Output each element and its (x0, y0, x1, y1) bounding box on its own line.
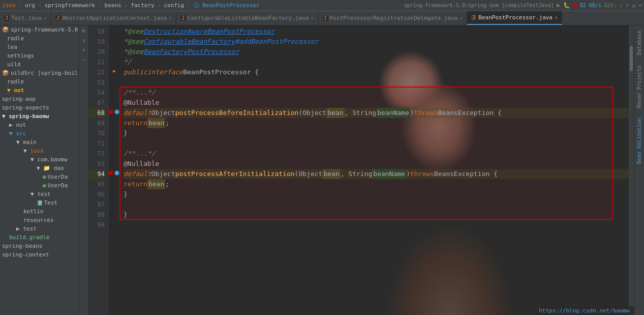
right-panel: Database Maven Projects Bean Validation (634, 25, 644, 315)
code-line-22: public interface BeanPostProcessor { (124, 67, 629, 77)
sidebar-item-buildgradle[interactable]: build.gradle (0, 233, 78, 242)
nav-beans[interactable]: beans (105, 2, 121, 9)
tab-postprocessor-delegate[interactable]: J PostProcessorRegistrationDelegate.java… (319, 11, 468, 25)
line-num-54: 54 (89, 88, 105, 98)
code-line-96: } (124, 189, 629, 199)
code-line-97 (124, 199, 629, 210)
nav-sep4: › (125, 2, 128, 9)
left-icon-strip: ⚙ ↓ ↑ − (79, 25, 89, 315)
nav-beanpostprocessor[interactable]: ⓘ BeanPostProcessor (194, 2, 260, 9)
spring-blue-icon2 (114, 170, 119, 176)
bookmark-gutter: ⚑ (108, 25, 119, 315)
userda2-label: UserDa (48, 182, 68, 189)
tab-delegate-label: PostProcessorRegistrationDelegate.java (330, 15, 458, 21)
code-line-54: /**...*/ (124, 88, 629, 98)
tab-abstract-context[interactable]: J AbstractApplicationContext.java × (51, 11, 176, 25)
sidebar-item-buildsrc[interactable]: 📦 uildSrc [spring-build-src... (0, 69, 78, 77)
code-line-67: @Nullable (124, 98, 629, 108)
sidebar-item-lea[interactable]: lea (0, 43, 78, 51)
nav-java[interactable]: java (2, 2, 16, 9)
sidebar-item-test-src[interactable]: ▶ test (0, 224, 78, 233)
sidebar-item-springbeans[interactable]: spring-beans (0, 242, 78, 250)
url-bar[interactable]: https://blog.csdn.net/baomw (535, 306, 634, 315)
sidebar-item-kotlin[interactable]: kotlin (0, 207, 78, 216)
tab-close-icon4[interactable]: × (459, 15, 463, 21)
stop-button[interactable]: ■ (573, 2, 577, 9)
right-tab-bean-validation[interactable]: Bean Validation (635, 113, 643, 169)
tab-configurable-bean-factory[interactable]: J ConfigurableListableBeanFactory.java × (176, 11, 318, 25)
tab-close-icon3[interactable]: × (311, 15, 314, 21)
sidebar-item-test-folder[interactable]: ▼ test (0, 190, 78, 198)
nav-org[interactable]: org (25, 2, 35, 9)
nav-sep1: › (19, 2, 22, 9)
sidebar-item-userda1[interactable]: ●UserDa (0, 173, 78, 181)
code-line-94: default Object postProcessAfterInitializ… (124, 169, 629, 179)
line-num-97: 97 (89, 199, 105, 210)
sidebar-item-combaomw[interactable]: ▼ com.baomw (0, 155, 78, 164)
sidebar-item-out2[interactable]: ▶ out (0, 121, 78, 129)
line-num-67: 67 (89, 98, 105, 108)
undo-button[interactable]: ↩ (638, 2, 642, 9)
nav-sep3: › (98, 2, 102, 9)
sidebar-item-springbaomw[interactable]: ▼ spring-baomw (0, 112, 78, 121)
build-kb: 82 KB/s (580, 3, 601, 8)
sidebar-item-gradle2[interactable]: radle (0, 77, 78, 86)
run-button[interactable]: ▶ (557, 2, 561, 9)
left-icon-settings[interactable]: ⚙ (82, 27, 85, 34)
nav-sep5: › (158, 2, 161, 9)
sidebar: 📦 spring-framework-5.0 [sprin... radle l… (0, 25, 79, 315)
sidebar-item-out[interactable]: ▼ out (0, 86, 78, 95)
tab-close-icon2[interactable]: × (169, 15, 172, 21)
sidebar-item-springaop[interactable]: spring-aop (0, 95, 78, 103)
tab-close-icon[interactable]: × (44, 15, 47, 21)
left-icon-arrow-up[interactable]: ↑ (82, 47, 85, 53)
nav-config[interactable]: config (164, 2, 184, 9)
line-num-99: 99 (89, 220, 105, 230)
sidebar-item-userda2[interactable]: ●UserDa (0, 181, 78, 190)
line-num-94: 94 (89, 169, 105, 179)
code-line-19: * @see ConfigurableBeanFactory#addBeanPo… (124, 37, 629, 47)
sidebar-item-build1[interactable]: uild (0, 60, 78, 69)
sidebar-item-dao[interactable]: ▼ 📁 dao (0, 164, 78, 173)
right-tab-database[interactable]: Database (635, 25, 643, 60)
sidebar-item-settings[interactable]: settings (0, 51, 78, 60)
sidebar-item-springaspects[interactable]: spring-aspects (0, 103, 78, 112)
sidebar-item-gradle1[interactable]: radle (0, 34, 78, 43)
sidebar-item-java[interactable]: ▼ java (0, 147, 78, 155)
line-num-72: 72 (89, 149, 105, 159)
main-layout: 📦 spring-framework-5.0 [sprin... radle l… (0, 25, 644, 315)
tab-java-icon2: J (55, 15, 60, 21)
scrollbar-thumb[interactable] (630, 46, 633, 71)
tab-bar: J Test.java × J AbstractApplicationConte… (0, 11, 644, 25)
sidebar-item-resources[interactable]: resources (0, 216, 78, 224)
code-line-93: @Nullable (124, 159, 629, 169)
tab-beanpostprocessor-active[interactable]: J BeanPostProcessor.java × (467, 11, 562, 25)
code-line-21: */ (124, 57, 629, 67)
debug-button[interactable]: 🐛 (563, 2, 570, 9)
sidebar-item-main[interactable]: ▼ main (0, 138, 78, 147)
test-class-label: Test (44, 199, 57, 206)
editor-area: 18 19 20 21 22 53 54 67 68 69 70 71 72 9… (89, 25, 644, 315)
nav-factory[interactable]: factory (131, 2, 154, 9)
sidebar-item-src[interactable]: ▼ src (0, 129, 78, 138)
line-num-19: 19 (89, 37, 105, 47)
nav-springframework[interactable]: springframework (45, 2, 95, 9)
sidebar-item-test-class[interactable]: T Test (0, 198, 78, 207)
nav-sep6: › (187, 2, 191, 9)
tab-test-java[interactable]: J Test.java × (0, 11, 51, 25)
tab-close-icon5[interactable]: × (555, 15, 558, 20)
sidebar-item-springcontext[interactable]: spring-context (0, 250, 78, 259)
line-num-18: 18 (89, 26, 105, 37)
left-icon-arrow-down[interactable]: ↓ (82, 37, 85, 44)
spring-red-icon (108, 109, 113, 114)
module-icon: 📦 (2, 26, 9, 33)
code-editor[interactable]: * @see DestructionAwareBeanPostProcessor… (119, 25, 629, 315)
tab-configurable-label: ConfigurableListableBeanFactory.java (188, 15, 309, 21)
sidebar-item-module[interactable]: 📦 spring-framework-5.0 [sprin... (0, 25, 78, 34)
line-num-68: 68 (89, 108, 105, 118)
scrollbar[interactable] (629, 25, 634, 315)
left-icon-minus[interactable]: − (82, 56, 85, 63)
tab-abstract-label: AbstractApplicationContext.java (63, 15, 167, 21)
right-tab-maven[interactable]: Maven Projects (635, 60, 643, 113)
line-num-95: 95 (89, 179, 105, 189)
